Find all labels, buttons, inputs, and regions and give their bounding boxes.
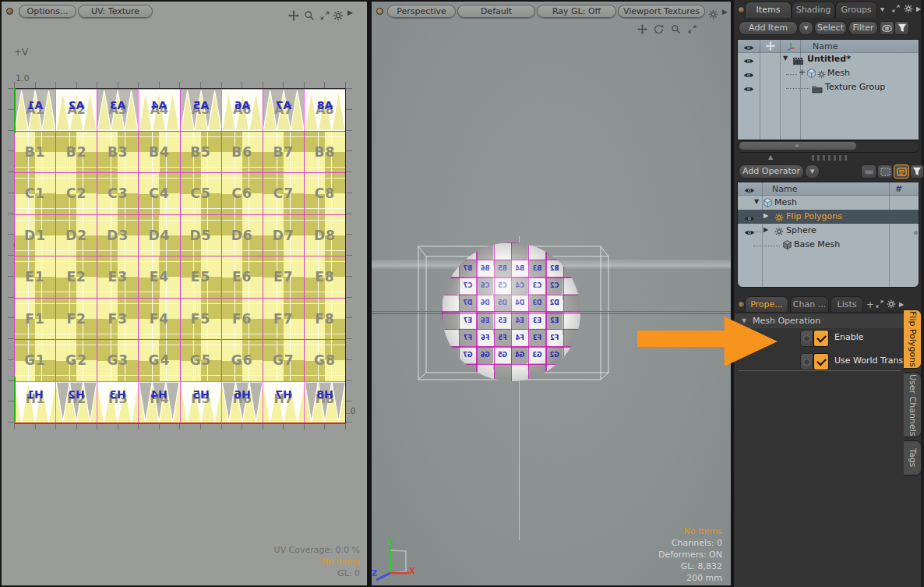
collapse-triangle-icon[interactable]: ▲ — [768, 154, 773, 161]
uv-cell-D5: D5 — [180, 214, 221, 256]
scrollbar-handle[interactable] — [739, 142, 856, 150]
chevron-down-icon[interactable]: ▾ — [880, 5, 884, 13]
checkbox-reset[interactable] — [800, 330, 813, 347]
add-tab-icon[interactable]: + — [866, 299, 874, 310]
zoom-icon[interactable] — [304, 7, 315, 22]
uv-editor-panel[interactable]: Options... UV: Texture ▶ +V 1.0 0.5 0 0.… — [2, 2, 367, 585]
expander-icon[interactable]: ▶ — [764, 212, 768, 219]
item-row-texturegroup[interactable]: Texture Group — [738, 80, 919, 94]
uv-cell-E1: E1 — [14, 256, 55, 298]
mesh-operation-section[interactable]: ▼ Mesh Operation — [735, 314, 904, 328]
section-collapse-icon[interactable]: ▼ — [742, 317, 746, 324]
icon — [812, 85, 823, 94]
cube-icon — [806, 68, 816, 79]
uv-cell-A5: A5A5 — [180, 89, 221, 131]
tab-groups[interactable]: Groups — [835, 2, 877, 18]
maximize-icon[interactable] — [319, 7, 330, 22]
list-options-icon[interactable] — [880, 21, 894, 35]
uv-cell-B1: B1 — [14, 131, 55, 173]
tab-lists[interactable]: Lists — [831, 296, 863, 313]
side-tab-userchannels[interactable]: User Channels — [904, 373, 922, 437]
folder-icon — [812, 83, 823, 94]
op-row-sphere[interactable]: ▶Sphere — [738, 224, 919, 238]
expander-icon[interactable]: ▶ — [764, 226, 768, 233]
panel-menu-dot[interactable] — [6, 8, 13, 15]
item-row-mesh[interactable]: +Mesh — [738, 66, 919, 80]
eye-icon[interactable] — [743, 83, 754, 94]
checkbox-enable[interactable] — [800, 330, 829, 345]
filter-funnel-icon[interactable] — [894, 21, 909, 35]
panel-menu-dot[interactable] — [738, 6, 745, 13]
uv-cell-H6: H6H6 — [221, 381, 263, 423]
tab-items[interactable]: Items — [745, 2, 792, 18]
icon — [806, 69, 816, 79]
workplane-z-axis — [372, 313, 731, 314]
panel-arrow-icon[interactable]: ▶ — [899, 301, 904, 308]
uv-cell-label: E5 — [181, 269, 221, 285]
add-item-dropdown[interactable]: ▾ — [799, 21, 813, 35]
panel-divider-grip[interactable] — [812, 155, 848, 161]
filter-funnel-icon[interactable] — [910, 164, 924, 179]
op-row-flippolygons[interactable]: ▶Flip Polygons — [738, 210, 919, 224]
eye-icon[interactable] — [743, 69, 754, 80]
uv-cell-A2: A2A2 — [55, 89, 97, 131]
solo-view-icon[interactable] — [861, 164, 876, 179]
icon — [763, 198, 773, 208]
item-list[interactable]: Name ▼Untitled*+MeshTexture Group — [737, 39, 919, 140]
side-tab-tags[interactable]: Tags — [904, 440, 922, 476]
uv-items-status: No Items — [322, 557, 360, 567]
uv-cell-label: G2 — [56, 352, 97, 368]
ghost-view-icon[interactable] — [877, 164, 893, 179]
pan-icon[interactable] — [288, 7, 299, 22]
v-axis-label: +V — [14, 47, 28, 58]
uv-cell-E2: E2 — [55, 256, 97, 298]
move-column-icon — [766, 41, 775, 51]
maximize-icon[interactable] — [891, 4, 901, 13]
uv-cell-D3: D3 — [97, 214, 138, 256]
panel-arrow-icon[interactable]: ▶ — [916, 5, 921, 12]
eye-icon[interactable] — [743, 55, 754, 65]
uv-cell-label: G1 — [15, 352, 55, 368]
gear-icon[interactable] — [887, 299, 896, 309]
checkbox-useworldtransf[interactable] — [800, 353, 829, 369]
tab-shading[interactable]: Shading — [792, 2, 835, 18]
expander-icon[interactable]: ▼ — [754, 198, 759, 205]
add-operator-dropdown[interactable]: ▾ — [805, 164, 820, 179]
uv-grid[interactable]: A1A1A2A2A3A3A4A4A5A5A6A6A7A7A8A8B1B2B3B4… — [14, 88, 346, 424]
panel-menu-dot[interactable] — [738, 301, 745, 308]
uv-cell-A3: A3A3 — [97, 89, 138, 131]
uv-cell-label: E4 — [139, 269, 179, 285]
options-button[interactable]: Options... — [19, 5, 76, 18]
filter-button[interactable]: Filter — [848, 21, 878, 35]
uv-cell-F8: F8 — [304, 298, 345, 340]
gear-icon[interactable] — [333, 7, 344, 22]
3d-viewport[interactable]: Perspective Default Ray GL: Off Viewport… — [372, 2, 731, 585]
list-view-icon[interactable] — [894, 164, 909, 179]
checkbox-checked[interactable] — [813, 353, 829, 370]
maximize-icon[interactable] — [875, 299, 884, 309]
gear-icon[interactable] — [904, 4, 913, 13]
expander-icon[interactable]: ▼ — [783, 55, 788, 62]
items-horizontal-scrollbar[interactable] — [737, 140, 919, 153]
icon — [817, 70, 826, 79]
add-item-button[interactable]: Add Item — [739, 21, 798, 35]
uv-cell-B5: B5 — [180, 131, 221, 173]
mesh-ops-list[interactable]: Name # ▼Mesh▶Flip Polygons▶SphereBase Me… — [737, 182, 919, 288]
item-row-untitled[interactable]: ▼Untitled* — [738, 52, 919, 66]
uv-cell-label: G4 — [139, 352, 179, 368]
panel-arrow-icon[interactable]: ▶ — [347, 9, 353, 16]
add-operator-button[interactable]: Add Operator — [739, 164, 804, 179]
side-tab-flippolygons[interactable]: Flip Polygons — [904, 309, 922, 369]
uv-cell-label: C2 — [56, 186, 97, 201]
checkbox-checked[interactable] — [813, 330, 829, 347]
tab-prope[interactable]: Prope... — [745, 296, 788, 313]
op-label: Base Mesh — [794, 239, 840, 249]
op-row-mesh[interactable]: ▼Mesh — [738, 196, 919, 210]
uv-texture-mode-button[interactable]: UV: Texture — [78, 5, 153, 18]
scroll-dot[interactable] — [914, 231, 918, 235]
select-button[interactable]: Select — [814, 21, 847, 35]
op-row-basemesh[interactable]: Base Mesh — [738, 238, 919, 252]
expander-icon[interactable]: + — [799, 67, 806, 77]
tab-chan[interactable]: Chan ... — [790, 296, 829, 313]
checkbox-reset[interactable] — [800, 353, 813, 370]
